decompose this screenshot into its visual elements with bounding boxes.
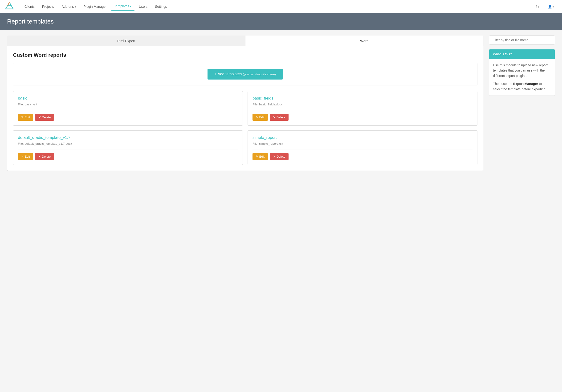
template-file-basic-fields: File: basic_fields.docx (253, 103, 472, 106)
svg-line-1 (8, 2, 9, 6)
nav-clients[interactable]: Clients (21, 3, 38, 10)
edit-button-simple-report[interactable]: ✎ Edit (253, 153, 268, 160)
nav-projects[interactable]: Projects (39, 3, 58, 10)
template-file-simple-report: File: simple_report.xslt (253, 142, 472, 146)
nav-help[interactable]: ? (532, 3, 543, 10)
nav-users[interactable]: Users (136, 3, 151, 10)
add-templates-label: + Add templates (215, 72, 242, 76)
left-panel: Html Export Word Custom Word reports + A… (7, 35, 483, 171)
right-panel: What is this? Use this module to upload … (489, 35, 555, 171)
tab-word[interactable]: Word (246, 35, 484, 46)
nav-links: Clients Projects Add-ons Plugin Manager … (21, 2, 532, 11)
add-templates-button[interactable]: + Add templates (you can drop files here… (208, 69, 283, 79)
delete-button-default-dradis[interactable]: ✕ Delete (35, 153, 54, 160)
tab-html-export[interactable]: Html Export (7, 35, 246, 46)
content-area: Custom Word reports + Add templates (you… (7, 46, 483, 171)
template-card-basic-fields: basic_fields File: basic_fields.docx ✎ E… (247, 91, 478, 126)
card-actions-basic: ✎ Edit ✕ Delete (18, 114, 238, 121)
template-file-basic: File: basic.xslt (18, 103, 238, 106)
divider (253, 149, 472, 149)
divider (253, 110, 472, 110)
template-name-simple-report[interactable]: simple_report (253, 135, 472, 140)
info-box-body: Use this module to upload new report tem… (489, 59, 555, 96)
delete-button-basic-fields[interactable]: ✕ Delete (270, 114, 289, 121)
template-file-default-dradis: File: default_dradis_template_v1.7.docx (18, 142, 238, 146)
card-actions-basic-fields: ✎ Edit ✕ Delete (253, 114, 472, 121)
main-content: Html Export Word Custom Word reports + A… (0, 30, 562, 177)
divider (18, 149, 238, 149)
template-card-basic: basic File: basic.xslt ✎ Edit ✕ Delete (13, 91, 243, 126)
nav-user[interactable]: 👤 (545, 3, 557, 10)
template-name-basic[interactable]: basic (18, 96, 238, 101)
card-actions-default-dradis: ✎ Edit ✕ Delete (18, 153, 238, 160)
edit-button-default-dradis[interactable]: ✎ Edit (18, 153, 33, 160)
template-grid: basic File: basic.xslt ✎ Edit ✕ Delete b… (13, 91, 478, 165)
brand-logo[interactable] (5, 1, 14, 11)
divider (18, 110, 238, 110)
add-templates-sub: (you can drop files here) (243, 72, 276, 76)
section-title: Custom Word reports (13, 52, 478, 58)
edit-button-basic[interactable]: ✎ Edit (18, 114, 33, 121)
tabs: Html Export Word (7, 35, 483, 46)
nav-templates[interactable]: Templates (111, 2, 135, 11)
nav-plugin-manager[interactable]: Plugin Manager (80, 3, 110, 10)
info-body-paragraph-2: Then use the Export Manager to select th… (493, 81, 551, 92)
info-body-link: Export Manager (513, 82, 538, 86)
page-header: Report templates (0, 13, 562, 30)
template-card-default-dradis: default_dradis_template_v1.7 File: defau… (13, 130, 243, 165)
template-name-default-dradis[interactable]: default_dradis_template_v1.7 (18, 135, 238, 140)
delete-button-simple-report[interactable]: ✕ Delete (270, 153, 289, 160)
navbar: Clients Projects Add-ons Plugin Manager … (0, 0, 562, 13)
filter-input[interactable] (489, 35, 555, 45)
info-body-prefix: Then use the (493, 82, 513, 86)
edit-button-basic-fields[interactable]: ✎ Edit (253, 114, 268, 121)
nav-settings[interactable]: Settings (152, 3, 170, 10)
nav-right: ? 👤 (532, 3, 557, 10)
card-actions-simple-report: ✎ Edit ✕ Delete (253, 153, 472, 160)
info-body-paragraph-1: Use this module to upload new report tem… (493, 63, 551, 78)
add-templates-box: + Add templates (you can drop files here… (13, 63, 478, 85)
template-card-simple-report: simple_report File: simple_report.xslt ✎… (247, 130, 478, 165)
nav-addons[interactable]: Add-ons (58, 3, 79, 10)
page-title: Report templates (7, 18, 555, 25)
info-box: What is this? Use this module to upload … (489, 49, 555, 96)
template-name-basic-fields[interactable]: basic_fields (253, 96, 472, 101)
delete-button-basic[interactable]: ✕ Delete (35, 114, 54, 121)
info-box-header: What is this? (489, 49, 555, 59)
